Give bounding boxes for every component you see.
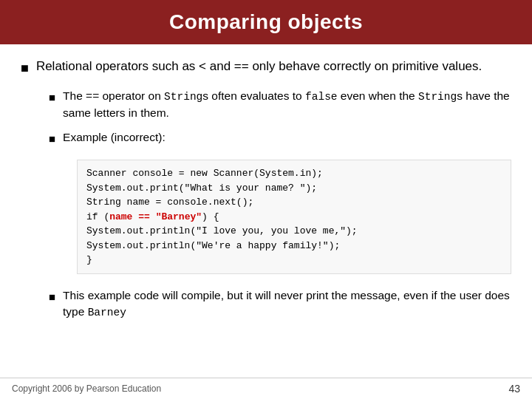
sub-bullet-3: ■ This example code will compile, but it… — [49, 287, 511, 321]
slide-title: Comparing objects — [169, 10, 363, 33]
code-line-3: String name = console.next(); — [86, 195, 502, 210]
code-line-6: System.out.println("We're a happy family… — [86, 239, 502, 253]
code-line-2: System.out.print("What is your name? "); — [86, 181, 502, 196]
strings-mono-1: String — [164, 91, 202, 103]
sub-bullet-1-symbol: ■ — [49, 89, 55, 106]
sub-bullet-1: ■ The == operator on Strings often evalu… — [49, 88, 511, 121]
sub-bullet-2-symbol: ■ — [49, 131, 55, 147]
sub-bullet-1-text: The == operator on Strings often evaluat… — [63, 88, 511, 121]
code-line-5: System.out.println("I love you, you love… — [86, 224, 502, 239]
sub-bullet-2: ■ Example (incorrect): — [49, 129, 511, 147]
code-name-highlight: name == "Barney" — [109, 211, 202, 222]
slide-content: ■ Relational operators such as < and == … — [0, 44, 532, 378]
and-text: and — [210, 59, 231, 73]
false-mono: false — [305, 91, 338, 103]
code-line-1: Scanner console = new Scanner(System.in)… — [86, 166, 502, 181]
slide: Comparing objects ■ Relational operators… — [0, 0, 532, 399]
code-line-7: } — [86, 253, 502, 267]
footer-page: 43 — [508, 383, 520, 395]
slide-header: Comparing objects — [0, 0, 532, 44]
only-behave-text: only behave — [252, 59, 320, 73]
footer-copyright: Copyright 2006 by Pearson Education — [12, 383, 161, 394]
barney-mono: Barney — [88, 307, 126, 318]
code-block: Scanner console = new Scanner(System.in)… — [77, 160, 511, 274]
main-bullet-text: Relational operators such as < and == on… — [36, 58, 511, 76]
sub-bullet-2-text: Example (incorrect): — [63, 129, 166, 146]
main-bullet-symbol: ■ — [21, 58, 29, 78]
sub-bullet-3-symbol: ■ — [49, 289, 55, 305]
main-bullet: ■ Relational operators such as < and == … — [21, 58, 511, 78]
sub-bullets: ■ The == operator on Strings often evalu… — [49, 88, 511, 321]
code-line-4: if (name == "Barney") { — [86, 210, 502, 225]
slide-footer: Copyright 2006 by Pearson Education 43 — [0, 378, 532, 399]
strings-mono-2: String — [418, 91, 457, 103]
sub-bullet-3-text: This example code will compile, but it w… — [63, 287, 511, 321]
